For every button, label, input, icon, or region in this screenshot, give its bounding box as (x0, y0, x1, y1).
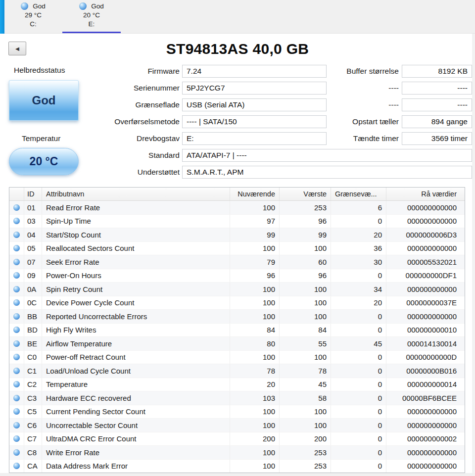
smart-worst: 253 (280, 446, 331, 459)
drive-stat-value[interactable]: 8192 KB (402, 65, 472, 78)
smart-current: 100 (230, 460, 280, 473)
drive-tab-e[interactable]: God 20 °C E: (62, 2, 121, 32)
smart-attribute-name: Spin Retry Count (42, 283, 230, 296)
drive-info-value[interactable]: USB (Serial ATA) (182, 98, 327, 111)
smart-raw-value: 000000000DF1 (386, 269, 465, 283)
drive-letter: C: (30, 20, 37, 28)
smart-attribute-name: Temperature (42, 378, 230, 391)
smart-threshold: 0 (331, 460, 386, 473)
smart-table-row[interactable]: 0ASpin Retry Count10010034000000000000 (9, 283, 465, 296)
drive-stat-value[interactable]: 3569 timer (402, 132, 472, 145)
smart-table-row[interactable]: BEAirflow Temperature805545000014130014 (9, 337, 465, 351)
drive-info-value[interactable]: ---- | SATA/150 (182, 115, 327, 128)
smart-raw-value: 000000000000 (386, 310, 465, 323)
smart-table: ID Attributnavn Nuværende Værste Grænsev… (9, 187, 465, 473)
status-good-dot-icon (13, 435, 20, 442)
drive-info-value[interactable]: E: (182, 132, 327, 145)
smart-attribute-name: Reported Uncorrectable Errors (42, 310, 230, 323)
header-worst[interactable]: Værste (280, 188, 331, 200)
smart-table-row[interactable]: C7UltraDMA CRC Error Count20020000000000… (9, 432, 465, 446)
drive-tabbar: God 29 °C C: God 20 °C E: (0, 0, 475, 34)
drive-stat-value[interactable]: ---- (402, 98, 472, 111)
drive-info-value[interactable]: 5PJ2YCG7 (182, 82, 327, 95)
smart-table-row[interactable]: 03Spin-Up Time97960000000000000 (9, 215, 465, 229)
scrollbar-track[interactable] (472, 34, 475, 476)
smart-current: 80 (230, 337, 280, 350)
smart-table-row[interactable]: C0Power-off Retract Count100100000000000… (9, 351, 465, 365)
drive-stat-label: ---- (312, 98, 399, 111)
smart-attribute-name: Data Address Mark Error (42, 460, 230, 473)
drive-stat-value[interactable]: 894 gange (402, 115, 472, 128)
smart-table-row[interactable]: 07Seek Error Rate796030000005532021 (9, 255, 465, 269)
header-threshold[interactable]: Grænsevæ... (331, 188, 386, 200)
smart-table-row[interactable]: 05Reallocated Sectors Count1001003600000… (9, 242, 465, 256)
smart-id: C0 (24, 351, 42, 364)
smart-id: CA (24, 460, 42, 473)
smart-id: C8 (24, 446, 42, 459)
smart-threshold: 20 (331, 228, 386, 241)
smart-table-row[interactable]: C3Hardware ECC recovered10358000000BF6BC… (9, 391, 465, 405)
header-current[interactable]: Nuværende (230, 188, 280, 200)
smart-id: C1 (24, 364, 42, 378)
header-id[interactable]: ID (24, 188, 42, 200)
drive-info-label: Standard (74, 149, 180, 162)
smart-raw-value: 00000000000D (386, 351, 465, 364)
drive-stat-value[interactable]: ---- (402, 82, 472, 95)
smart-table-body: 01Read Error Rate100253600000000000003Sp… (9, 201, 465, 473)
status-good-dot-icon (13, 463, 20, 469)
attribute-status-cell (9, 310, 24, 323)
header-raw-values[interactable]: Rå værdier (386, 188, 465, 200)
smart-table-row[interactable]: C2Temperature20450000000000014 (9, 378, 465, 392)
smart-id: C6 (24, 419, 42, 432)
smart-table-row[interactable]: CAData Address Mark Error100253000000000… (9, 460, 465, 474)
attribute-status-cell (9, 228, 24, 241)
smart-attribute-name: Reallocated Sectors Count (42, 242, 230, 255)
attribute-status-cell (9, 446, 24, 459)
attribute-status-cell (9, 364, 24, 378)
drive-info-value[interactable]: S.M.A.R.T., APM (182, 166, 472, 179)
smart-table-row[interactable]: BDHigh Fly Writes84840000000000010 (9, 324, 465, 337)
smart-threshold: 0 (331, 310, 386, 323)
smart-attribute-name: Device Power Cycle Count (42, 296, 230, 310)
smart-current: 100 (230, 283, 280, 296)
drive-info-value[interactable]: 7.24 (182, 65, 327, 78)
smart-worst: 100 (280, 405, 331, 419)
smart-worst: 100 (280, 351, 331, 364)
smart-threshold: 0 (331, 419, 386, 432)
attribute-status-cell (9, 405, 24, 419)
smart-id: 0A (24, 283, 42, 296)
smart-table-row[interactable]: C6Uncorrectable Sector Count100100000000… (9, 419, 465, 432)
attribute-status-cell (9, 242, 24, 255)
smart-table-row[interactable]: 09Power-On Hours96960000000000DF1 (9, 269, 465, 283)
smart-table-row[interactable]: C5Current Pending Sector Count1001000000… (9, 405, 465, 419)
smart-worst: 100 (280, 419, 331, 432)
header-attribute-name[interactable]: Attributnavn (42, 188, 230, 200)
smart-raw-value: 000000000000 (386, 419, 465, 432)
drive-info-label: Overførselsmetode (74, 115, 180, 128)
status-good-dot-icon (13, 408, 20, 415)
smart-table-row[interactable]: BBReported Uncorrectable Errors100100000… (9, 310, 465, 324)
smart-table-row[interactable]: 0CDevice Power Cycle Count10010020000000… (9, 296, 465, 310)
smart-table-row[interactable]: C8Write Error Rate1002530000000000000 (9, 446, 465, 460)
status-good-dot-icon (13, 313, 20, 320)
smart-table-row[interactable]: 04Start/Stop Count9999200000000006D3 (9, 228, 465, 242)
smart-current: 79 (230, 255, 280, 269)
attribute-status-cell (9, 255, 24, 269)
smart-raw-value: 000000000000 (386, 242, 465, 255)
status-good-dot-icon (13, 245, 20, 251)
health-status-label: Helbredsstatus (14, 66, 65, 75)
drive-tab-c[interactable]: God 29 °C C: (7, 2, 59, 32)
drive-info-value[interactable]: ATA/ATAPI-7 | ---- (182, 149, 472, 162)
status-good-dot-icon (13, 422, 20, 428)
smart-worst: 100 (280, 283, 331, 296)
smart-attribute-name: Read Error Rate (42, 201, 230, 214)
smart-id: 0C (24, 296, 42, 310)
smart-table-row[interactable]: 01Read Error Rate1002536000000000000 (9, 201, 465, 215)
health-status-badge[interactable]: God (9, 80, 79, 121)
smart-id: BB (24, 310, 42, 323)
smart-raw-value: 000000000000 (386, 446, 465, 459)
smart-table-row[interactable]: C1Load/Unload Cycle Count7878000000000B0… (9, 364, 465, 378)
drive-temperature: 29 °C (25, 11, 42, 19)
smart-worst: 45 (280, 378, 331, 391)
smart-attribute-name: Seek Error Rate (42, 255, 230, 269)
